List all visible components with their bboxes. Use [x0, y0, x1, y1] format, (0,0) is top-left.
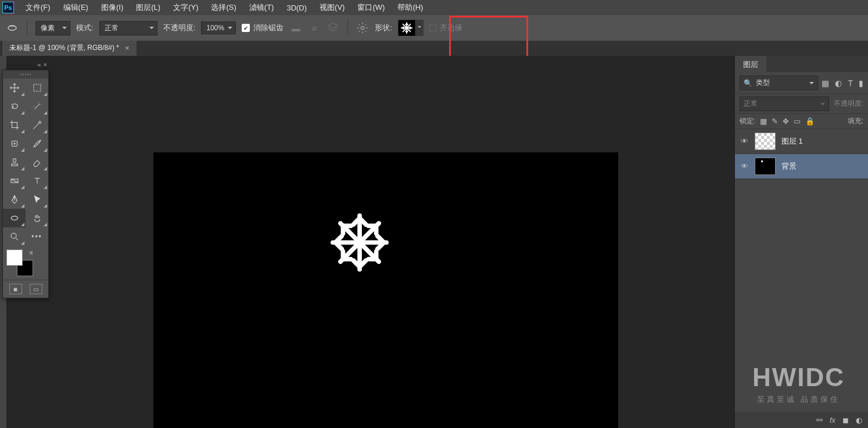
menu-view[interactable]: 视图(V): [314, 0, 350, 15]
crop-tool[interactable]: [3, 116, 26, 134]
visibility-toggle[interactable]: [740, 162, 749, 172]
toolbox-collapse[interactable]: «×: [37, 61, 47, 68]
size-unit-value: 像素: [41, 24, 55, 32]
layer-fx-icon[interactable]: fx: [830, 416, 835, 425]
options-bar: 像素 模式: 正常 不透明度: 100% ✔ 消除锯齿 ▬ ≡ 形状: 齐边缘: [0, 15, 868, 41]
lock-position-icon[interactable]: ✥: [783, 117, 789, 126]
layer-row[interactable]: 背景: [735, 154, 868, 179]
menu-image[interactable]: 图像(I): [95, 0, 129, 15]
watermark-subtitle: 至真至诚 品质保住: [752, 394, 845, 405]
stamp-tool[interactable]: [3, 153, 26, 172]
menu-layer[interactable]: 图层(L): [130, 0, 166, 15]
layer-filter-select[interactable]: 🔍 类型: [740, 76, 818, 90]
menu-help[interactable]: 帮助(H): [392, 0, 429, 15]
lock-pixels-icon[interactable]: ▦: [760, 117, 767, 126]
eraser-tool[interactable]: [26, 153, 48, 172]
screenmode-icon[interactable]: ▭: [30, 284, 42, 294]
filter-adjust-icon[interactable]: ◐: [835, 79, 842, 88]
layer-name: 背景: [781, 161, 797, 172]
swap-colors-icon[interactable]: ⤭: [28, 249, 33, 256]
blend-mode-value: 正常: [105, 24, 119, 32]
hand-tool[interactable]: [26, 209, 48, 227]
menu-select[interactable]: 选择(S): [205, 0, 242, 15]
visibility-toggle[interactable]: [740, 137, 749, 147]
watermark: HWIDC 至真至诚 品质保住: [752, 363, 845, 405]
opacity-select[interactable]: 100%: [201, 22, 236, 34]
lock-all-icon[interactable]: 🔒: [805, 117, 815, 126]
menu-window[interactable]: 窗口(W): [351, 0, 390, 15]
toolbox-panel: «× ••• ⤭ ◙ ▭: [2, 70, 49, 298]
size-unit-select[interactable]: 像素: [35, 21, 70, 35]
search-icon: 🔍: [744, 79, 752, 87]
more-tools[interactable]: •••: [26, 227, 48, 246]
svg-point-5: [743, 140, 745, 142]
shape-label: 形状:: [375, 23, 392, 33]
close-tab-icon[interactable]: ×: [125, 44, 130, 52]
opacity-label: 不透明度:: [163, 23, 196, 33]
align-edges-checkbox[interactable]: [429, 24, 436, 31]
document-title: 未标题-1 @ 100% (背景, RGB/8#) *: [9, 43, 119, 53]
mode-label: 模式:: [76, 23, 94, 33]
type-tool[interactable]: [26, 172, 48, 190]
toolbox-grip[interactable]: [3, 70, 48, 79]
layer-mask-icon[interactable]: ◼: [842, 416, 849, 425]
gradient-tool[interactable]: [3, 172, 26, 190]
document-canvas[interactable]: [153, 152, 618, 428]
antialias-checkbox[interactable]: ✔: [242, 24, 250, 32]
pen-tool[interactable]: [3, 190, 26, 209]
shape-swatch[interactable]: [398, 20, 415, 36]
filter-pixel-icon[interactable]: ▦: [822, 79, 829, 88]
lasso-tool[interactable]: [3, 97, 26, 116]
layer-thumbnail[interactable]: [755, 158, 776, 175]
quickmask-icon[interactable]: ◙: [9, 284, 22, 294]
tool-preset-icon[interactable]: [6, 22, 19, 34]
magic-wand-tool[interactable]: [26, 97, 48, 116]
layer-name: 图层 1: [781, 136, 803, 147]
filter-shape-icon[interactable]: ▮: [859, 79, 863, 88]
link-layers-icon[interactable]: ⚯: [816, 416, 823, 425]
menu-3d[interactable]: 3D(D): [281, 1, 313, 15]
svg-rect-1: [34, 84, 41, 91]
ps-logo-icon: Ps: [2, 2, 14, 13]
lock-label: 锁定:: [740, 116, 755, 126]
foreground-color[interactable]: [6, 249, 23, 266]
layer-thumbnail[interactable]: [755, 133, 776, 150]
workspace: 图层 🔍 类型 ▦ ◐ T ▮ 正常 不透明度: 锁定: ▦ ✎: [0, 56, 868, 428]
layers-tab[interactable]: 图层: [735, 56, 766, 72]
healing-tool[interactable]: [3, 134, 26, 153]
move-tool[interactable]: [3, 79, 26, 97]
zoom-tool[interactable]: [3, 227, 26, 246]
layer-opacity-label: 不透明度:: [834, 99, 863, 109]
fill-label: 填充:: [848, 116, 863, 126]
filter-type-icon[interactable]: T: [848, 79, 853, 88]
layer-blend-select[interactable]: 正常: [740, 97, 829, 111]
blend-mode-select[interactable]: 正常: [99, 21, 157, 35]
lock-paint-icon[interactable]: ✎: [772, 117, 778, 126]
lock-artboard-icon[interactable]: ▭: [794, 117, 801, 126]
layer-row[interactable]: 图层 1: [735, 129, 868, 154]
layers-stack-icon[interactable]: [327, 22, 339, 34]
layer-filter-value: 类型: [756, 78, 770, 88]
canvas-area: [7, 56, 734, 428]
menu-type[interactable]: 文字(Y): [167, 0, 204, 15]
shape-dropdown[interactable]: [415, 20, 424, 36]
color-swatches: ⤭: [3, 246, 48, 280]
brush-tool[interactable]: [26, 134, 48, 153]
path-select-tool[interactable]: [26, 190, 48, 209]
snowflake-shape: [328, 211, 392, 274]
document-tab-bar: 未标题-1 @ 100% (背景, RGB/8#) * ×: [0, 41, 868, 56]
align-edges-label: 齐边缘: [440, 23, 462, 33]
custom-shape-tool[interactable]: [3, 209, 26, 227]
adjustment-layer-icon[interactable]: ◐: [856, 416, 862, 425]
marquee-tool[interactable]: [26, 79, 48, 97]
gear-icon[interactable]: [356, 22, 369, 34]
align-left-icon[interactable]: ▬: [289, 22, 302, 34]
align-center-icon[interactable]: ≡: [308, 22, 321, 34]
watermark-title: HWIDC: [752, 363, 845, 392]
eyedropper-tool[interactable]: [26, 116, 48, 134]
menu-file[interactable]: 文件(F): [20, 0, 56, 15]
menu-filter[interactable]: 滤镜(T): [243, 0, 280, 15]
menu-edit[interactable]: 编辑(E): [58, 0, 94, 15]
opacity-value: 100%: [206, 24, 224, 32]
document-tab[interactable]: 未标题-1 @ 100% (背景, RGB/8#) * ×: [2, 40, 137, 56]
